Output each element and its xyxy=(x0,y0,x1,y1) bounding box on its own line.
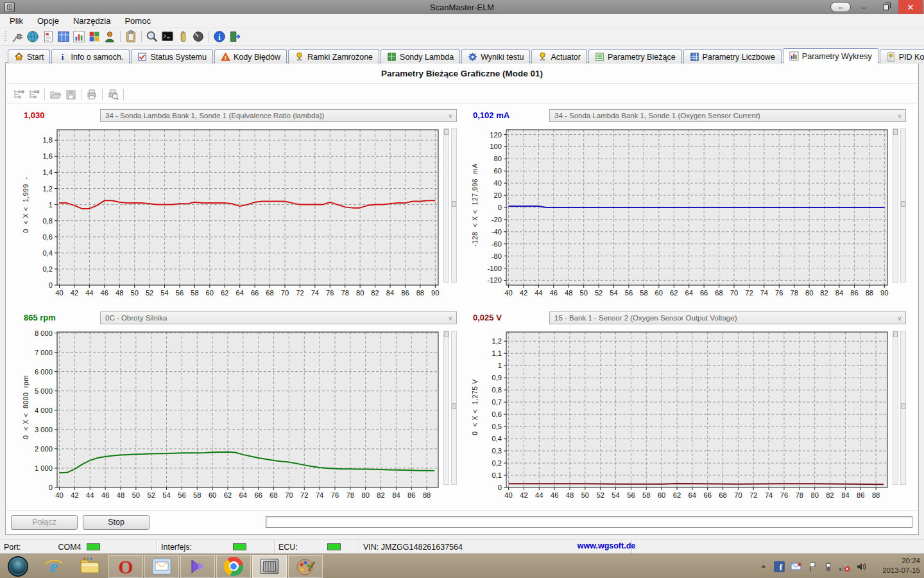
table-view-icon[interactable] xyxy=(56,29,71,44)
taskbar-chrome[interactable] xyxy=(216,555,251,578)
minimize-button[interactable]: – xyxy=(855,1,873,13)
battery-icon[interactable] xyxy=(175,29,191,44)
svg-text:8 000: 8 000 xyxy=(35,329,53,337)
pid-select[interactable]: 15 - Bank 1 - Sensor 2 (Oxygen Sensor Ou… xyxy=(549,311,906,324)
menu-pomoc[interactable]: Pomoc xyxy=(117,15,157,27)
page-title: Parametry Bieżące Graficzne (Mode 01) xyxy=(6,69,918,78)
report-document-icon[interactable] xyxy=(40,29,56,44)
pid-select[interactable]: 34 - Sonda Lambda Bank 1, Sonde 1 (Equiv… xyxy=(100,109,457,122)
svg-text:0,8: 0,8 xyxy=(42,217,53,225)
tab-kody-bledow[interactable]: !Kody Błędów xyxy=(214,49,287,64)
chart-scale-sliders[interactable] xyxy=(893,128,908,283)
network-error-icon[interactable] xyxy=(839,561,850,572)
svg-text:70: 70 xyxy=(734,491,742,499)
status-extra xyxy=(632,540,924,554)
svg-text:0,9: 0,9 xyxy=(492,374,502,381)
save-file-icon[interactable] xyxy=(63,87,78,102)
taskbar-kmplayer[interactable] xyxy=(180,555,215,578)
taskbar-scanmaster-elm[interactable] xyxy=(252,555,287,578)
svg-text:42: 42 xyxy=(71,491,78,499)
close-button[interactable]: ✕ xyxy=(898,0,923,14)
tab-parametry-biezace[interactable]: Parametry Bieżące xyxy=(588,49,682,64)
battery-icon[interactable] xyxy=(824,561,833,572)
tab-pid-konfiguracja[interactable]: PID Konfiguracja xyxy=(880,49,924,64)
add-graph-icon[interactable] xyxy=(11,87,26,102)
offset-slider-track[interactable] xyxy=(900,128,906,283)
start-button[interactable] xyxy=(0,554,36,578)
scale-slider-track[interactable] xyxy=(893,128,898,283)
taskbar-mail[interactable] xyxy=(144,555,179,578)
svg-text:88: 88 xyxy=(866,289,873,297)
tab-ramki-zamrozone[interactable]: Ramki Zamrożone xyxy=(288,49,379,64)
terminal-icon[interactable] xyxy=(160,29,175,44)
svg-text:76: 76 xyxy=(775,289,783,297)
svg-text:76: 76 xyxy=(326,289,334,297)
offset-slider-track[interactable] xyxy=(451,128,457,283)
tab-start[interactable]: Start xyxy=(8,49,50,64)
user-icon[interactable] xyxy=(102,29,117,44)
connect-plug-icon[interactable] xyxy=(10,29,25,44)
pid-select[interactable]: 34 - Sonda Lambda Bank 1, Sonde 1 (Oxyge… xyxy=(549,109,906,122)
search-icon[interactable] xyxy=(144,29,160,44)
tab-parametry-liczbowe[interactable]: Parametry Liczbowe xyxy=(683,49,782,64)
svg-text:0,2: 0,2 xyxy=(492,459,502,467)
svg-text:54: 54 xyxy=(162,491,170,499)
svg-text:68: 68 xyxy=(719,491,726,499)
chart-scale-sliders[interactable] xyxy=(893,331,908,485)
offset-slider-track[interactable] xyxy=(900,331,906,485)
menu-opcje[interactable]: Opcje xyxy=(30,15,66,27)
chart-current-value: 0,025 V xyxy=(473,313,502,322)
toolbar-drag-handle[interactable] xyxy=(4,31,7,42)
pid-select[interactable]: 0C - Obroty Silnika ∨ xyxy=(100,311,457,324)
print-preview-icon[interactable] xyxy=(105,87,121,102)
chart-scale-sliders[interactable] xyxy=(443,331,459,485)
taskbar-file-explorer[interactable] xyxy=(72,554,108,578)
scale-slider-track[interactable] xyxy=(893,331,898,485)
offset-slider-track[interactable] xyxy=(451,331,457,485)
clipboard-icon[interactable] xyxy=(123,29,139,44)
tab-actuator[interactable]: Actuator xyxy=(531,49,587,64)
tab-status-systemu[interactable]: Status Systemu xyxy=(131,49,213,64)
scale-slider-track[interactable] xyxy=(443,331,449,485)
exit-door-icon[interactable] xyxy=(227,29,243,44)
taskbar-clock[interactable]: 20:24 2013-07-15 xyxy=(870,556,920,575)
taskbar-opera[interactable]: O xyxy=(108,555,143,578)
restore-button[interactable] xyxy=(877,1,894,13)
svg-text:1,2: 1,2 xyxy=(42,185,53,193)
open-file-icon[interactable] xyxy=(47,87,63,102)
svg-text:80: 80 xyxy=(810,491,818,499)
svg-text:50: 50 xyxy=(581,491,589,499)
print-icon[interactable] xyxy=(84,87,99,102)
lambda-grid-icon xyxy=(387,52,397,62)
show-hidden-icons-button[interactable] xyxy=(759,562,768,571)
action-center-flag-icon[interactable] xyxy=(808,561,818,572)
resize-button[interactable]: ⇔ xyxy=(830,2,851,12)
svg-text:46: 46 xyxy=(101,491,109,499)
connect-button[interactable]: Połącz xyxy=(11,515,78,530)
windows-logo-icon[interactable] xyxy=(87,29,102,44)
mail-notify-icon[interactable] xyxy=(791,561,802,572)
stop-button[interactable]: Stop xyxy=(83,515,150,530)
tab-parametry-wykresy[interactable]: Parametry Wykresy xyxy=(783,48,878,64)
menu-plik[interactable]: Plik xyxy=(3,15,30,27)
info-icon[interactable]: i xyxy=(212,29,227,44)
taskbar-internet-explorer[interactable]: e xyxy=(36,554,72,578)
globe-icon[interactable] xyxy=(25,29,40,44)
pid-config-icon xyxy=(886,52,896,62)
tab-sondy-lambda[interactable]: Sondy Lambda xyxy=(381,49,460,64)
tab-wyniki-testu[interactable]: Wyniki testu xyxy=(461,49,530,64)
scale-slider-track[interactable] xyxy=(443,128,449,283)
volume-icon[interactable] xyxy=(856,561,868,572)
wgsoft-link[interactable]: www.wgsoft.de xyxy=(565,541,648,550)
svg-text:68: 68 xyxy=(270,491,277,499)
facebook-icon[interactable]: f xyxy=(774,561,785,572)
main-toolbar: i xyxy=(0,28,924,46)
remove-graph-icon[interactable] xyxy=(26,87,42,102)
chart-panel-o2-voltage: 0,025 V 15 - Bank 1 - Sensor 2 (Oxygen S… xyxy=(464,309,909,507)
taskbar-paint[interactable] xyxy=(288,555,323,578)
chart-scale-sliders[interactable] xyxy=(443,128,459,283)
knob-icon[interactable] xyxy=(191,29,206,44)
chart-view-icon[interactable] xyxy=(71,29,87,44)
tab-info-o-samoch[interactable]: iInfo o samoch. xyxy=(51,49,130,64)
menu-narzedzia[interactable]: Narzędzia xyxy=(66,15,118,27)
